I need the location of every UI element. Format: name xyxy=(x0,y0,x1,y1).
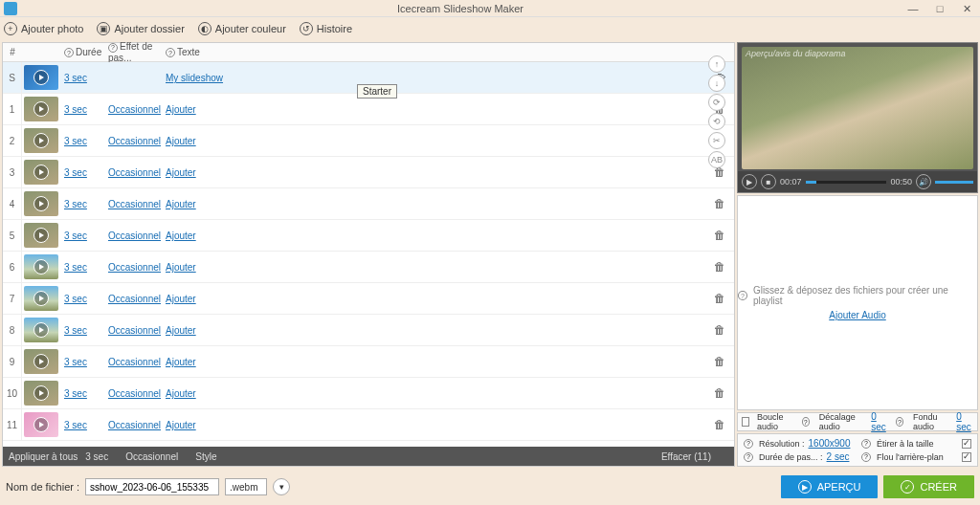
help-icon[interactable]: ? xyxy=(896,417,903,427)
table-row[interactable]: 5 3 sec Occasionnel Ajouter 🗑 xyxy=(3,220,734,252)
trash-icon[interactable]: 🗑 xyxy=(714,260,725,274)
text-link[interactable]: Ajouter xyxy=(166,231,196,241)
table-row[interactable]: 3 3 sec Occasionnel Ajouter 🗑 xyxy=(3,157,734,188)
slide-thumbnail[interactable] xyxy=(24,349,58,374)
table-row[interactable]: 10 3 sec Occasionnel Ajouter 🗑 xyxy=(3,378,734,409)
trash-icon[interactable]: 🗑 xyxy=(714,197,725,210)
table-row[interactable]: 8 3 sec Occasionnel Ajouter 🗑 xyxy=(3,315,734,346)
trash-icon[interactable]: 🗑 xyxy=(714,292,725,305)
slide-thumbnail[interactable] xyxy=(24,223,58,248)
move-down-button[interactable]: ↓ xyxy=(708,75,725,92)
volume-bar[interactable] xyxy=(935,181,973,184)
table-row[interactable]: 4 3 sec Occasionnel Ajouter 🗑 xyxy=(3,188,734,220)
extension-select[interactable]: .webm xyxy=(225,478,267,495)
effect-link[interactable]: Occasionnel xyxy=(108,294,161,304)
fade-value[interactable]: 0 sec xyxy=(956,411,973,432)
effect-link[interactable]: Occasionnel xyxy=(108,325,161,336)
minimize-button[interactable]: — xyxy=(900,0,926,17)
text-link[interactable]: Ajouter xyxy=(166,167,196,178)
add-photo-button[interactable]: +Ajouter photo xyxy=(4,22,83,35)
duration-link[interactable]: 3 sec xyxy=(64,388,87,399)
slide-thumbnail[interactable] xyxy=(24,160,58,185)
text-link[interactable]: Ajouter xyxy=(166,357,196,367)
slide-thumbnail[interactable] xyxy=(24,191,58,216)
effect-link[interactable]: Occasionnel xyxy=(108,420,161,430)
text-link[interactable]: Ajouter xyxy=(166,262,196,273)
offset-value[interactable]: 0 sec xyxy=(871,411,888,432)
effect-link[interactable]: Occasionnel xyxy=(108,388,161,399)
add-color-button[interactable]: ◐Ajouter couleur xyxy=(198,22,286,35)
text-link[interactable]: My slideshow xyxy=(166,73,223,83)
duration-link[interactable]: 3 sec xyxy=(64,262,87,273)
add-audio-link[interactable]: Ajouter Audio xyxy=(829,310,886,320)
effect-link[interactable]: Occasionnel xyxy=(108,199,161,209)
effect-link[interactable]: Occasionnel xyxy=(108,167,161,178)
apply-duration[interactable]: 3 sec xyxy=(85,451,108,462)
help-icon[interactable]: ? xyxy=(802,417,810,427)
stop-button[interactable]: ■ xyxy=(761,174,776,189)
mute-button[interactable]: 🔊 xyxy=(916,174,931,189)
duration-link[interactable]: 3 sec xyxy=(64,167,87,178)
duration-link[interactable]: 3 sec xyxy=(64,420,87,430)
duration-link[interactable]: 3 sec xyxy=(64,104,87,115)
add-folder-button[interactable]: ▣Ajouter dossier xyxy=(97,22,184,35)
trash-icon[interactable]: 🗑 xyxy=(714,355,725,368)
shuffle-button[interactable]: ✂ xyxy=(708,132,725,149)
resolution-value[interactable]: 1600x900 xyxy=(809,438,851,449)
text-link[interactable]: Ajouter xyxy=(166,420,196,430)
effect-link[interactable]: Occasionnel xyxy=(108,262,161,273)
table-row[interactable]: 11 3 sec Occasionnel Ajouter 🗑 xyxy=(3,409,734,441)
seek-bar[interactable] xyxy=(806,181,887,184)
duration-link[interactable]: 3 sec xyxy=(64,231,87,241)
text-link[interactable]: Ajouter xyxy=(166,388,196,399)
move-up-button[interactable]: ↑ xyxy=(708,55,725,73)
effect-link[interactable]: Occasionnel xyxy=(108,104,161,115)
help-icon[interactable]: ? xyxy=(744,439,753,449)
apply-effect[interactable]: Occasionnel xyxy=(125,451,178,462)
apply-style[interactable]: Style xyxy=(195,451,216,462)
table-row[interactable]: 1 3 sec Occasionnel AjouterStarter 🗑 xyxy=(3,94,734,125)
audio-dropzone[interactable]: ?Glissez & déposez des fichiers pour cré… xyxy=(737,195,978,410)
rotate-cw-button[interactable]: ⟳ xyxy=(708,94,725,111)
filename-input[interactable] xyxy=(85,478,219,495)
slide-thumbnail[interactable] xyxy=(24,412,58,437)
slide-thumbnail[interactable] xyxy=(24,381,58,406)
trash-icon[interactable]: 🗑 xyxy=(714,386,725,400)
table-row[interactable]: 7 3 sec Occasionnel Ajouter 🗑 xyxy=(3,283,734,315)
slide-thumbnail[interactable] xyxy=(24,128,58,153)
duration-link[interactable]: 3 sec xyxy=(64,357,87,367)
table-row[interactable]: 9 3 sec Occasionnel Ajouter 🗑 xyxy=(3,346,734,378)
loop-checkbox[interactable] xyxy=(742,417,749,427)
text-link[interactable]: Ajouter xyxy=(166,104,196,115)
help-icon[interactable]: ? xyxy=(166,48,175,57)
help-icon[interactable]: ? xyxy=(861,452,871,462)
duration-link[interactable]: 3 sec xyxy=(64,136,87,146)
blur-checkbox[interactable] xyxy=(962,452,971,462)
slide-thumbnail[interactable] xyxy=(24,286,58,311)
play-button[interactable]: ▶ xyxy=(742,174,757,189)
help-icon[interactable]: ? xyxy=(64,48,74,57)
preview-button[interactable]: ▶APERÇU xyxy=(781,475,879,498)
duration-link[interactable]: 3 sec xyxy=(64,294,87,304)
trans-dur-value[interactable]: 2 sec xyxy=(827,451,850,462)
slide-thumbnail[interactable] xyxy=(24,97,58,121)
duration-link[interactable]: 3 sec xyxy=(64,199,87,209)
maximize-button[interactable]: □ xyxy=(926,0,953,17)
text-link[interactable]: Ajouter xyxy=(166,325,196,336)
format-dropdown-button[interactable]: ▾ xyxy=(273,478,290,495)
clear-all-button[interactable]: Effacer (11) xyxy=(661,451,711,462)
trash-icon[interactable]: 🗑 xyxy=(714,323,725,337)
help-icon[interactable]: ? xyxy=(108,43,118,53)
effect-link[interactable]: Occasionnel xyxy=(108,136,161,146)
slide-thumbnail[interactable] xyxy=(24,65,58,90)
table-row[interactable]: 6 3 sec Occasionnel Ajouter 🗑 xyxy=(3,252,734,283)
close-button[interactable]: ✕ xyxy=(953,0,980,17)
slide-thumbnail[interactable] xyxy=(24,318,58,342)
help-icon[interactable]: ? xyxy=(744,452,753,462)
duration-link[interactable]: 3 sec xyxy=(64,325,87,336)
fit-checkbox[interactable] xyxy=(962,439,971,449)
slide-thumbnail[interactable] xyxy=(24,254,58,279)
text-link[interactable]: Ajouter xyxy=(166,199,196,209)
table-row[interactable]: 2 3 sec Occasionnel Ajouter 🗑 xyxy=(3,125,734,157)
duration-link[interactable]: 3 sec xyxy=(64,73,87,83)
